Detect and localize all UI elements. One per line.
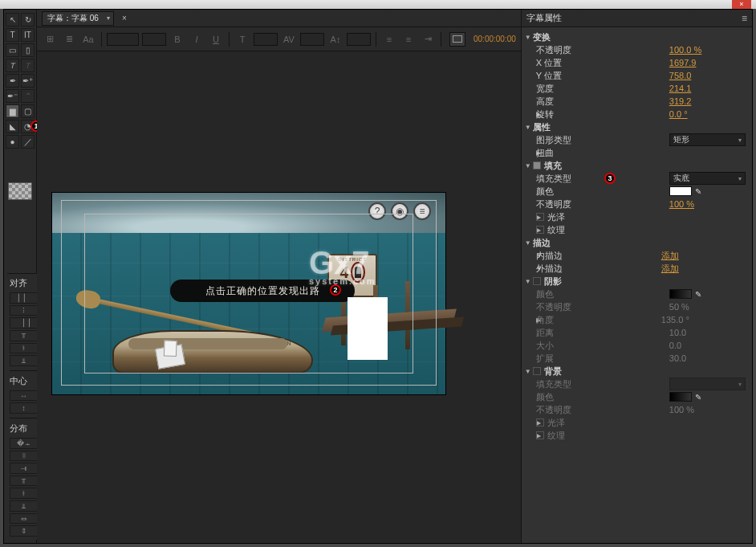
dist-left-button[interactable]: �⫠ [10,438,38,449]
shadow-size-value: 0.0 [669,341,681,350]
kerning-field[interactable] [300,33,324,46]
fill-opacity-value[interactable]: 100 % [669,199,694,209]
texture-checkbox[interactable] [536,226,544,234]
sheen-label[interactable]: 光泽 [547,211,692,223]
rounded-rect-tool[interactable]: ▢ [21,104,35,118]
fill-checkbox[interactable] [533,161,541,169]
bg-fill-type-label: 填充类型 [525,378,669,390]
shadow-opacity-value: 50 % [669,302,689,312]
align-vcenter-button[interactable]: ⫲ [10,343,38,354]
fill-color-chip[interactable] [669,186,692,196]
align-center-icon[interactable]: ≡ [400,31,417,47]
inner-stroke-label[interactable]: 内描边 [536,250,661,262]
font-family-field[interactable] [107,33,139,46]
shadow-spread-value: 30.0 [669,353,686,363]
texture-label[interactable]: 纹理 [547,224,692,236]
shadow-header[interactable]: 阴影 [544,276,669,288]
inner-stroke-add[interactable]: 添加 [661,250,679,262]
type-tool[interactable]: T [6,28,19,42]
panel-menu-icon[interactable]: ≡ [742,13,747,24]
shadow-color-chip[interactable] [669,289,692,299]
font-size-field[interactable] [254,33,278,46]
area-type-tool[interactable]: ▭ [6,43,19,57]
distort-label[interactable]: 扭曲 [536,147,681,159]
background-header[interactable]: 背景 [544,365,669,378]
tab-icon[interactable]: ⇥ [420,31,436,47]
bg-sheen-label: 光泽 [547,417,692,429]
fill-header[interactable]: 填充 [544,160,669,172]
dist-bottom-button[interactable]: ⫫ [10,500,38,512]
kerning-icon: AV [281,31,297,47]
dist-right-button[interactable]: ⫣ [10,463,38,474]
graphic-type-select[interactable]: 矩形 [669,133,746,146]
dist-vcenter-button[interactable]: ⫲ [10,488,38,499]
fill-swatch[interactable] [8,182,32,200]
fill-type-select[interactable]: 实底 [669,172,746,185]
canvas[interactable]: DISTRICT 4 ? ◉ ≡ [37,51,521,543]
line-tool[interactable]: ／ [21,135,35,149]
bg-color-chip [669,392,692,402]
center-h-button[interactable]: ↔ [10,390,38,402]
rectangle-tool[interactable]: ▆ [6,104,19,118]
ellipse-tool[interactable]: ● [6,135,19,149]
add-anchor-tool[interactable]: ✒⁺ [21,74,35,88]
outer-stroke-add[interactable]: 添加 [661,263,679,275]
opacity-value[interactable]: 100.0 % [669,45,701,55]
ypos-value[interactable]: 758.0 [669,71,692,80]
ypos-label: Y 位置 [525,70,669,82]
rotate-tool[interactable]: ↻ [21,13,35,27]
italic-button[interactable]: I [189,31,205,47]
width-value[interactable]: 214.1 [669,84,692,93]
attributes-header[interactable]: 属性 [533,121,677,133]
pen-tool[interactable]: ✒ [6,74,19,88]
align-left-button[interactable]: ▏▏ [10,292,38,304]
titlebar[interactable]: × [0,0,756,9]
transform-header[interactable]: 变换 [533,31,677,43]
height-value[interactable]: 319.2 [669,96,692,106]
align-right-button[interactable]: ▕▕ [10,317,38,329]
shadow-checkbox[interactable] [533,277,541,285]
show-video-button[interactable] [449,32,465,47]
delete-anchor-tool[interactable]: ✒⁻ [6,89,19,103]
underline-button[interactable]: U [208,31,224,47]
dist-even-v-button[interactable]: ⇕ [10,525,38,537]
bold-button[interactable]: B [169,31,185,47]
timecode-display[interactable]: 00:00:00:00 [474,35,516,43]
dist-even-h-button[interactable]: ⇔ [10,513,38,525]
dist-hcenter-button[interactable]: ⫴ [10,451,38,462]
dist-top-button[interactable]: ⫪ [10,476,38,487]
template-icon[interactable]: ⊞ [42,31,58,47]
strokes-header[interactable]: 描边 [533,237,677,249]
shadow-distance-label: 距离 [525,327,669,339]
background-checkbox[interactable] [533,367,541,375]
center-v-button[interactable]: ↕ [10,402,38,414]
xpos-value[interactable]: 1697.9 [669,58,697,67]
align-bottom-button[interactable]: ⫫ [10,355,38,366]
leading-icon: A↕ [327,31,343,47]
rotation-label[interactable]: 旋转 [536,108,669,120]
bg-opacity-value: 100 % [669,405,694,414]
selection-tool[interactable]: ↖ [6,13,19,27]
path-type-tool[interactable]: 𝘛 [6,59,19,72]
vertical-path-type-tool[interactable]: 𝘛 [21,59,35,72]
align-left-icon[interactable]: ≡ [381,31,397,47]
style-icon[interactable]: Aa [80,31,96,47]
eyedropper-icon[interactable]: ✎ [695,187,701,196]
program-monitor[interactable]: DISTRICT 4 ? ◉ ≡ [51,192,446,395]
roll-crawl-icon[interactable]: ≣ [61,31,77,47]
align-top-button[interactable]: ⫪ [10,330,38,341]
outer-stroke-label[interactable]: 外描边 [536,263,661,275]
font-style-field[interactable] [142,33,166,46]
vertical-type-tool[interactable]: IT [21,28,35,42]
convert-anchor-tool[interactable]: ⌃ [21,89,35,103]
document-dropdown[interactable]: 字幕：字幕 06 [42,11,114,26]
align-hcenter-button[interactable]: ⫶ [10,305,38,316]
close-tab-button[interactable]: × [119,14,130,22]
props-header[interactable]: 字幕属性 ≡ [522,10,752,27]
shadow-eyedropper-icon[interactable]: ✎ [695,290,701,299]
rotation-value[interactable]: 0.0 ° [669,109,688,119]
sheen-checkbox[interactable] [536,213,544,221]
vertical-area-type-tool[interactable]: ▯ [21,43,35,57]
leading-field[interactable] [347,33,371,46]
wedge-tool[interactable]: ◣ [6,120,19,133]
